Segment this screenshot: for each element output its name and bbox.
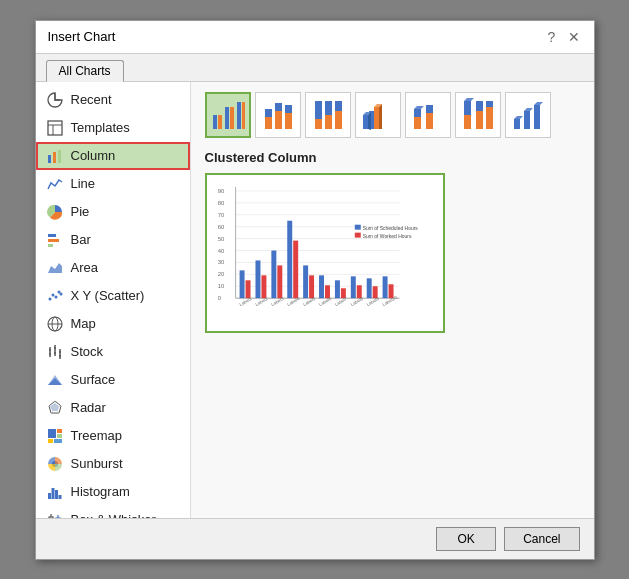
sidebar-item-histogram[interactable]: Histogram <box>36 478 190 506</box>
sidebar-item-xy[interactable]: X Y (Scatter) <box>36 282 190 310</box>
svg-text:60: 60 <box>217 223 224 229</box>
svg-rect-36 <box>48 429 56 438</box>
chart-thumb-clustered[interactable] <box>205 92 251 138</box>
svg-rect-0 <box>48 121 62 135</box>
sunburst-icon <box>46 455 64 473</box>
svg-text:50: 50 <box>217 235 224 241</box>
sidebar-item-label: Stock <box>71 344 104 359</box>
svg-rect-40 <box>54 439 62 443</box>
svg-marker-9 <box>48 263 62 273</box>
svg-rect-81 <box>325 115 332 129</box>
svg-rect-84 <box>335 101 342 111</box>
stacked-col-thumb-icon <box>260 97 296 133</box>
3dstacked-col-thumb-icon <box>410 97 446 133</box>
svg-rect-8 <box>48 244 53 247</box>
sidebar-item-label: Histogram <box>71 484 130 499</box>
svg-rect-87 <box>363 115 368 129</box>
svg-text:Sum of Worked Hours: Sum of Worked Hours <box>362 233 411 238</box>
3d100stacked-col-thumb-icon <box>460 97 496 133</box>
svg-rect-99 <box>464 101 471 115</box>
histogram-icon <box>46 483 64 501</box>
sidebar-item-boxwhisker[interactable]: Box & Whisker <box>36 506 190 518</box>
svg-marker-89 <box>368 112 371 130</box>
svg-rect-6 <box>48 234 56 237</box>
sidebar-item-label: X Y (Scatter) <box>71 288 145 303</box>
svg-rect-136 <box>261 275 266 298</box>
map-icon <box>46 315 64 333</box>
chart-thumb-3dcolumn[interactable] <box>505 92 551 138</box>
sidebar-item-map[interactable]: Map <box>36 310 190 338</box>
svg-point-14 <box>59 292 62 295</box>
sidebar-item-label: Surface <box>71 372 116 387</box>
title-bar: Insert Chart ? ✕ <box>36 21 594 54</box>
svg-text:Sum of Scheduled Hours: Sum of Scheduled Hours <box>362 225 418 230</box>
svg-rect-7 <box>48 239 59 242</box>
svg-rect-77 <box>285 113 292 129</box>
chart-thumb-3dstacked[interactable] <box>405 92 451 138</box>
sidebar-item-bar[interactable]: Bar <box>36 226 190 254</box>
clustered-col-thumb-icon <box>210 97 246 133</box>
svg-rect-76 <box>275 103 282 111</box>
sidebar-item-sunburst[interactable]: Sunburst <box>36 450 190 478</box>
radar-icon <box>46 399 64 417</box>
svg-rect-133 <box>239 270 244 298</box>
svg-marker-100 <box>464 98 474 101</box>
3dclustered-col-thumb-icon <box>360 97 396 133</box>
svg-rect-96 <box>426 113 433 129</box>
chart-thumb-stacked[interactable] <box>255 92 301 138</box>
sidebar-item-column[interactable]: Column <box>36 142 190 170</box>
3dcolumn-thumb-icon <box>510 97 546 133</box>
sidebar-item-surface[interactable]: Surface <box>36 366 190 394</box>
svg-rect-103 <box>486 107 493 129</box>
chart-thumb-3dclustered[interactable] <box>355 92 401 138</box>
sidebar-item-pie[interactable]: Pie <box>36 198 190 226</box>
tab-all-charts[interactable]: All Charts <box>46 60 124 82</box>
svg-text:40: 40 <box>217 247 224 253</box>
svg-rect-94 <box>414 109 421 117</box>
svg-rect-98 <box>464 115 471 129</box>
selected-chart-name: Clustered Column <box>205 150 580 165</box>
ok-button[interactable]: OK <box>436 527 496 551</box>
sidebar-item-templates[interactable]: Templates <box>36 114 190 142</box>
svg-rect-72 <box>242 102 245 129</box>
help-button[interactable]: ? <box>544 29 560 45</box>
svg-marker-106 <box>514 116 523 119</box>
svg-rect-151 <box>382 276 387 298</box>
chart-type-thumbs-row <box>205 92 580 138</box>
stock-icon <box>46 343 64 361</box>
svg-rect-97 <box>426 105 433 113</box>
svg-rect-37 <box>57 429 62 433</box>
sidebar-item-label: Treemap <box>71 428 123 443</box>
sidebar-item-radar[interactable]: Radar <box>36 394 190 422</box>
svg-rect-44 <box>55 490 58 499</box>
dialog-content: Recent Templates Column <box>36 82 594 518</box>
svg-text:90: 90 <box>217 187 224 193</box>
cancel-button[interactable]: Cancel <box>504 527 579 551</box>
svg-rect-141 <box>303 265 308 298</box>
sidebar-item-label: Bar <box>71 232 91 247</box>
svg-text:10: 10 <box>217 283 224 289</box>
sidebar-item-label: Map <box>71 316 96 331</box>
area-icon <box>46 259 64 277</box>
close-button[interactable]: ✕ <box>566 29 582 45</box>
svg-rect-74 <box>265 109 272 117</box>
svg-rect-69 <box>225 107 229 129</box>
sidebar-item-area[interactable]: Area <box>36 254 190 282</box>
sidebar-item-recent[interactable]: Recent <box>36 86 190 114</box>
sidebar-item-treemap[interactable]: Treemap <box>36 422 190 450</box>
svg-rect-75 <box>275 111 282 129</box>
svg-rect-67 <box>213 115 217 129</box>
svg-text:70: 70 <box>217 211 224 217</box>
chart-thumb-3d100stacked[interactable] <box>455 92 501 138</box>
sidebar-item-label: Area <box>71 260 98 275</box>
sidebar-item-stock[interactable]: Stock <box>36 338 190 366</box>
chart-type-sidebar: Recent Templates Column <box>36 82 191 518</box>
svg-rect-39 <box>48 439 53 443</box>
chart-thumb-100stacked[interactable] <box>305 92 351 138</box>
bar-icon <box>46 231 64 249</box>
sidebar-item-line[interactable]: Line <box>36 170 190 198</box>
svg-rect-163 <box>354 224 360 229</box>
svg-rect-80 <box>315 101 322 119</box>
svg-rect-73 <box>265 117 272 129</box>
svg-rect-42 <box>48 493 51 499</box>
